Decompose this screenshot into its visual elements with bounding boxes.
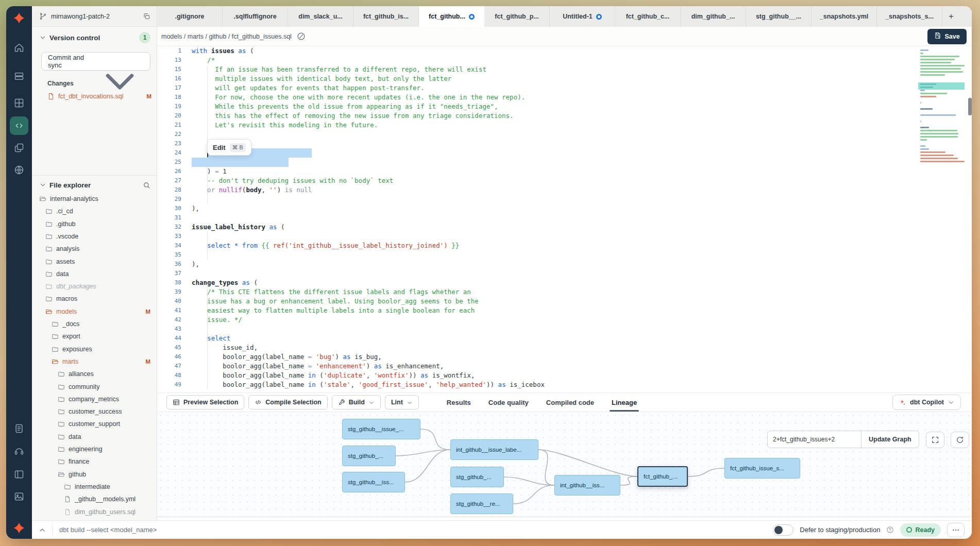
tab-fct_github_is...[interactable]: fct_github_is... bbox=[353, 6, 419, 27]
code-line-29[interactable]: 29 bbox=[157, 195, 972, 204]
tree-item-community[interactable]: community bbox=[32, 381, 157, 393]
code-line-36[interactable]: 36), bbox=[157, 260, 972, 269]
tree-item-.github[interactable]: .github bbox=[32, 218, 157, 230]
globe-icon[interactable] bbox=[14, 165, 24, 175]
copy-icon[interactable] bbox=[143, 12, 150, 20]
code-line-33[interactable]: 33 bbox=[157, 232, 972, 241]
tab-compiled-code[interactable]: Compiled code bbox=[546, 393, 594, 412]
code-line-35[interactable]: 35 bbox=[157, 250, 972, 260]
lint-button[interactable]: Lint bbox=[385, 395, 419, 410]
code-line-38[interactable]: 38change_types as ( bbox=[157, 278, 972, 287]
version-control-header[interactable]: Version control 1 bbox=[39, 31, 150, 44]
commit-and-sync-button[interactable]: Commit and sync bbox=[41, 52, 150, 71]
code-line-34[interactable]: 34 select * from {{ ref('int_github__iss… bbox=[157, 241, 972, 250]
tree-item-export[interactable]: export bbox=[32, 330, 157, 343]
tree-item-engineering[interactable]: engineering bbox=[32, 443, 157, 455]
code-line-40[interactable]: 40 issue has a bug or enhancement label.… bbox=[157, 297, 972, 306]
changed-file-row[interactable]: fct_dbt_invocations.sql M bbox=[47, 91, 151, 102]
defer-toggle[interactable] bbox=[773, 524, 793, 536]
tree-item-.vscode[interactable]: .vscode bbox=[32, 230, 157, 243]
tab-.sqlfluffignore[interactable]: .sqlfluffignore bbox=[223, 6, 288, 27]
tab-fct_github_p...[interactable]: fct_github_p... bbox=[484, 6, 550, 27]
code-line-22[interactable]: 22 bbox=[157, 130, 972, 139]
tree-item-analysis[interactable]: analysis bbox=[32, 243, 157, 255]
tree-item-marts[interactable]: martsM bbox=[32, 355, 157, 368]
panel-icon[interactable] bbox=[14, 469, 24, 480]
tree-item-customer_success[interactable]: customer_success bbox=[32, 405, 157, 418]
tree-item-github[interactable]: github bbox=[32, 468, 157, 481]
view-docs-icon[interactable] bbox=[297, 32, 306, 41]
tree-item-data[interactable]: data bbox=[32, 268, 157, 280]
code-line-31[interactable]: 31 bbox=[157, 213, 972, 223]
tree-item-models[interactable]: modelsM bbox=[32, 305, 157, 318]
code-line-18[interactable]: 18 For now, choose the one with more rec… bbox=[157, 93, 972, 102]
tree-item-company_metrics[interactable]: company_metrics bbox=[32, 393, 157, 405]
code-line-44[interactable]: 44 select bbox=[157, 334, 972, 343]
tree-item-intermediate[interactable]: intermediate bbox=[32, 481, 157, 493]
clipboard-icon[interactable] bbox=[14, 423, 24, 434]
lineage-selector-input[interactable] bbox=[767, 431, 861, 448]
tree-item-_github__models.yml[interactable]: _github__models.yml bbox=[32, 493, 157, 505]
code-line-30[interactable]: 30), bbox=[157, 204, 972, 213]
tree-item-data[interactable]: data bbox=[32, 431, 157, 443]
help-icon[interactable] bbox=[886, 526, 894, 534]
code-line-19[interactable]: 19 While this prevents the old issue fro… bbox=[157, 102, 972, 111]
code-line-1[interactable]: 1with issues as ( bbox=[157, 46, 972, 56]
code-line-43[interactable]: 43 bbox=[157, 325, 972, 334]
lineage-node-stg_github_...[interactable]: stg_github_... bbox=[450, 467, 504, 487]
lineage-node-int_github__issue_labe...[interactable]: int_github__issue_labe... bbox=[450, 439, 538, 460]
tree-item-exposures[interactable]: exposures bbox=[32, 343, 157, 355]
refresh-button[interactable] bbox=[951, 432, 969, 448]
lineage-node-stg_github__re...[interactable]: stg_github__re... bbox=[450, 493, 513, 514]
home-icon[interactable] bbox=[14, 43, 24, 53]
tree-item-assets[interactable]: assets bbox=[32, 255, 157, 268]
code-line-17[interactable]: 17 will get updates for events that happ… bbox=[157, 83, 972, 93]
dbt-logo-small-icon[interactable] bbox=[12, 521, 26, 535]
code-line-41[interactable]: 41 easiest way to flatten multiple label… bbox=[157, 306, 972, 315]
tab-fct_github...[interactable]: fct_github... bbox=[419, 6, 484, 27]
code-line-46[interactable]: 46 boolor_agg(label_name = 'bug') as is_… bbox=[157, 352, 972, 362]
grid-icon[interactable] bbox=[14, 98, 24, 108]
build-button[interactable]: Build bbox=[332, 395, 381, 410]
command-input[interactable]: dbt build --select <model_name> bbox=[59, 526, 157, 534]
code-line-21[interactable]: 21 Let's revisit this modeling in the fu… bbox=[157, 121, 972, 130]
fullscreen-button[interactable] bbox=[926, 432, 944, 448]
tab-dim_slack_u...[interactable]: dim_slack_u... bbox=[288, 6, 353, 27]
new-tab-button[interactable]: + bbox=[942, 6, 960, 27]
code-line-28[interactable]: 28 or nullif(body, '') is null bbox=[157, 185, 972, 195]
code-line-37[interactable]: 37 bbox=[157, 269, 972, 278]
file-explorer-header[interactable]: File explorer bbox=[39, 178, 150, 192]
code-line-49[interactable]: 49 boolor_agg(label_name in ('stale', 'g… bbox=[157, 380, 972, 389]
tab-results[interactable]: Results bbox=[447, 393, 471, 412]
tab-Untitled-1[interactable]: Untitled-1 bbox=[550, 6, 615, 27]
tab-_snapshots_s...[interactable]: _snapshots_s... bbox=[877, 6, 942, 27]
tab-fct_github_c...[interactable]: fct_github_c... bbox=[615, 6, 681, 27]
code-editor-icon[interactable] bbox=[10, 116, 28, 135]
tree-item-_docs[interactable]: _docs bbox=[32, 318, 157, 330]
dbt-copilot-button[interactable]: dbt Copilot bbox=[892, 395, 961, 410]
tree-item-finance[interactable]: finance bbox=[32, 455, 157, 468]
tree-item-customer_support[interactable]: customer_support bbox=[32, 418, 157, 430]
expand-command-bar-icon[interactable] bbox=[38, 526, 46, 534]
headset-icon[interactable] bbox=[14, 446, 24, 456]
branch-selector[interactable]: mirnawong1-patch-2 bbox=[32, 6, 157, 27]
lineage-node-fct_github_...[interactable]: fct_github_... bbox=[637, 466, 688, 487]
edit-tooltip[interactable]: Edit ⌘ B bbox=[207, 139, 251, 156]
code-line-16[interactable]: 16 multiple issues with identical body t… bbox=[157, 74, 972, 83]
code-line-15[interactable]: 15 If an issue has been transferred to a… bbox=[157, 65, 972, 74]
update-graph-button[interactable]: Update Graph bbox=[861, 431, 919, 448]
code-line-23[interactable]: 23 bbox=[157, 139, 972, 148]
code-line-39[interactable]: 39 /* This CTE flattens the different is… bbox=[157, 287, 972, 297]
lineage-node-stg_github_...[interactable]: stg_github_... bbox=[342, 446, 396, 466]
code-line-26[interactable]: 26 ) = 1 bbox=[157, 167, 972, 176]
tree-item-dim_github_users.sql[interactable]: dim_github_users.sql bbox=[32, 506, 157, 518]
tab-_snapshots.yml[interactable]: _snapshots.yml bbox=[812, 6, 877, 27]
tree-item-alliances[interactable]: alliances bbox=[32, 368, 157, 380]
tree-item-internal-analytics[interactable]: internal-analytics bbox=[32, 193, 157, 205]
lineage-node-stg_github__iss...[interactable]: stg_github__iss... bbox=[342, 472, 405, 492]
code-line-25[interactable]: 25········partition by body bbox=[157, 158, 972, 167]
tree-item-dbt_packages[interactable]: dbt_packages bbox=[32, 280, 157, 293]
code-line-42[interactable]: 42 issue. */ bbox=[157, 315, 972, 325]
lineage-node-stg_github__issue_...[interactable]: stg_github__issue_... bbox=[342, 419, 420, 439]
code-line-32[interactable]: 32issue_label_history as ( bbox=[157, 223, 972, 232]
